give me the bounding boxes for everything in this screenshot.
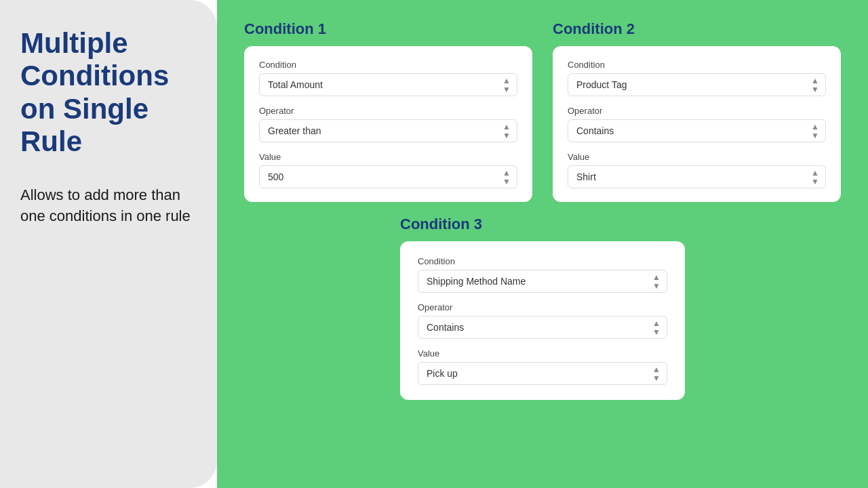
condition-2-operator-field: Operator Contains ▲▼ xyxy=(568,106,826,142)
condition-1-value-wrapper: 500 ▲▼ xyxy=(259,165,517,188)
condition-3-block: Condition 3 Condition Shipping Method Na… xyxy=(400,216,685,400)
condition-1-title: Condition 1 xyxy=(244,20,532,38)
condition-2-operator-wrapper: Contains ▲▼ xyxy=(568,119,826,142)
condition-2-value-field: Value Shirt ▲▼ xyxy=(568,152,826,188)
condition-1-operator-field: Operator Greater than ▲▼ xyxy=(259,106,517,142)
condition-2-condition-select[interactable]: Product Tag xyxy=(568,73,826,96)
condition-3-condition-field: Condition Shipping Method Name ▲▼ xyxy=(418,256,667,293)
condition-3-operator-label: Operator xyxy=(418,302,667,312)
condition-3-operator-select[interactable]: Contains xyxy=(418,316,667,339)
condition-1-value-field: Value 500 ▲▼ xyxy=(259,152,517,188)
condition-1-card: Condition Total Amount ▲▼ Operator xyxy=(244,46,532,202)
condition-2-condition-label: Condition xyxy=(568,60,826,70)
condition-1-condition-select[interactable]: Total Amount xyxy=(259,73,517,96)
condition-3-condition-wrapper: Shipping Method Name ▲▼ xyxy=(418,270,667,293)
condition-2-value-label: Value xyxy=(568,152,826,162)
condition-3-value-field: Value Pick up ▲▼ xyxy=(418,348,667,385)
top-conditions-row: Condition 1 Condition Total Amount ▲▼ Op… xyxy=(244,20,841,202)
condition-2-operator-select[interactable]: Contains xyxy=(568,119,826,142)
condition-3-condition-select[interactable]: Shipping Method Name xyxy=(418,270,667,293)
condition-2-value-wrapper: Shirt ▲▼ xyxy=(568,165,826,188)
condition-3-value-label: Value xyxy=(418,348,667,359)
condition-2-operator-label: Operator xyxy=(568,106,826,116)
condition-1-condition-label: Condition xyxy=(259,60,517,70)
condition-1-condition-field: Condition Total Amount ▲▼ xyxy=(259,60,517,96)
condition-3-title: Condition 3 xyxy=(400,216,685,233)
condition-2-condition-wrapper: Product Tag ▲▼ xyxy=(568,73,826,96)
condition-1-value-label: Value xyxy=(259,152,517,162)
condition-3-value-select[interactable]: Pick up xyxy=(418,362,667,385)
condition-2-card: Condition Product Tag ▲▼ Operator xyxy=(553,46,841,202)
condition-1-operator-select[interactable]: Greater than xyxy=(259,119,517,142)
subtitle: Allows to add more than one conditions i… xyxy=(20,185,197,227)
bottom-conditions-row: Condition 3 Condition Shipping Method Na… xyxy=(244,216,841,400)
condition-1-condition-wrapper: Total Amount ▲▼ xyxy=(259,73,517,96)
condition-1-block: Condition 1 Condition Total Amount ▲▼ Op… xyxy=(244,20,532,202)
condition-2-title: Condition 2 xyxy=(553,20,841,38)
condition-3-card: Condition Shipping Method Name ▲▼ Operat… xyxy=(400,241,685,400)
condition-3-operator-field: Operator Contains ▲▼ xyxy=(418,302,667,339)
condition-1-operator-label: Operator xyxy=(259,106,517,116)
main-title: Multiple Conditions on Single Rule xyxy=(20,27,197,158)
left-panel: Multiple Conditions on Single Rule Allow… xyxy=(0,0,217,488)
condition-3-value-wrapper: Pick up ▲▼ xyxy=(418,362,667,385)
condition-3-operator-wrapper: Contains ▲▼ xyxy=(418,316,667,339)
condition-3-condition-label: Condition xyxy=(418,256,667,266)
condition-1-value-select[interactable]: 500 xyxy=(259,165,517,188)
condition-2-condition-field: Condition Product Tag ▲▼ xyxy=(568,60,826,96)
condition-2-value-select[interactable]: Shirt xyxy=(568,165,826,188)
condition-1-operator-wrapper: Greater than ▲▼ xyxy=(259,119,517,142)
right-panel: Condition 1 Condition Total Amount ▲▼ Op… xyxy=(217,0,868,488)
condition-2-block: Condition 2 Condition Product Tag ▲▼ Ope… xyxy=(553,20,841,202)
